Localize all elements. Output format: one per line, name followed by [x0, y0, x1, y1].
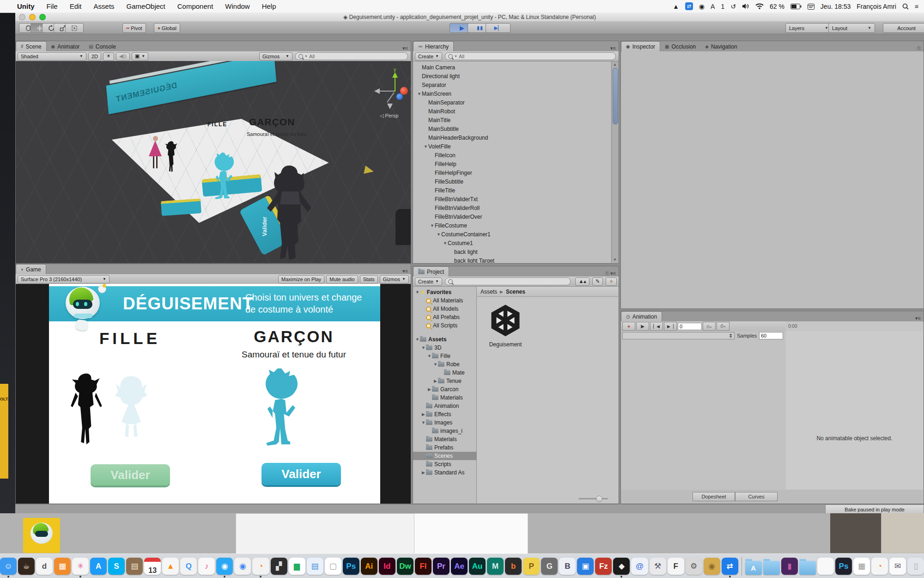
hierarchy-item-voletfille[interactable]: ▼VoletFille: [413, 142, 611, 151]
dock-calendar-app[interactable]: 13: [144, 558, 161, 575]
hierarchy-item-fillebtnvaliderroll[interactable]: FilleBtnValiderRoll: [413, 203, 611, 212]
project-create-dropdown[interactable]: Create▼: [415, 277, 442, 286]
dock-xcode[interactable]: ⚒: [650, 558, 666, 575]
adobe-icon[interactable]: A: [711, 3, 715, 10]
dock-maya[interactable]: M: [487, 558, 504, 575]
calendar-icon[interactable]: [808, 3, 815, 10]
dock-quicktime[interactable]: Q: [180, 558, 197, 575]
wifi-icon[interactable]: [755, 3, 764, 9]
battery-icon[interactable]: [790, 4, 802, 9]
next-key-button[interactable]: ▶▕: [664, 322, 677, 331]
hierarchy-item-costume1[interactable]: ▼Costume1: [413, 239, 611, 247]
pivot-toggle[interactable]: ▪▪ Pivot: [122, 23, 146, 33]
dock-trash[interactable]: ▯: [907, 558, 924, 575]
frame-field[interactable]: 0: [678, 323, 702, 330]
hierarchy-item-mainseparator[interactable]: MainSeparator: [413, 98, 611, 107]
add-keyframe-button[interactable]: ◇₊: [703, 322, 716, 331]
project-tree-item-scenes[interactable]: Scenes: [413, 452, 476, 460]
valider-garcon-button[interactable]: Valider: [261, 463, 341, 485]
hierarchy-item-fillehelpfinger[interactable]: FilleHelpFinger: [413, 168, 611, 177]
project-tree-item-all-materials[interactable]: All Materials: [413, 296, 476, 305]
dock-bibdesk[interactable]: B: [559, 558, 576, 575]
project-tree-item-materials[interactable]: Materials: [413, 394, 476, 402]
mute-audio-toggle[interactable]: Mute audio: [326, 275, 358, 283]
project-search-input[interactable]: [445, 277, 571, 285]
teamviewer-icon[interactable]: ⇄: [685, 2, 693, 10]
menu-window[interactable]: Window: [219, 2, 255, 10]
dock-teamviewer-dock[interactable]: ⇄: [722, 558, 738, 575]
dock-grid-doc[interactable]: ▦: [853, 558, 870, 575]
project-tree-item-standard-as[interactable]: ▶Standard As: [413, 468, 476, 477]
expand-arrow-icon[interactable]: ▼: [415, 290, 420, 295]
project-panel-menu-icon[interactable]: ⚿ ▾≡: [605, 271, 619, 277]
dock-photos-app[interactable]: ✳: [72, 558, 89, 575]
menubar-clock[interactable]: Jeu. 18:53: [821, 3, 851, 10]
scene-valider-bar-2[interactable]: [161, 198, 201, 216]
dock-firefox[interactable]: ◔: [252, 558, 269, 575]
project-tree-item-robe[interactable]: ▼Robe: [413, 360, 476, 369]
project-tree-item-images_i[interactable]: images_i: [413, 427, 476, 435]
account-button[interactable]: Account: [883, 23, 924, 33]
expand-arrow-icon[interactable]: ▶: [421, 412, 426, 417]
project-tree-item-garcon[interactable]: ▶Garcon: [413, 385, 476, 394]
dock-d-app[interactable]: d: [36, 558, 53, 575]
dopesheet-button[interactable]: Dopesheet: [693, 492, 735, 501]
tab-scene[interactable]: #Scene: [16, 41, 47, 51]
dock-gimp[interactable]: G: [541, 558, 558, 575]
creative-cloud-icon[interactable]: ◉: [699, 3, 705, 10]
anim-play-button[interactable]: ▶: [636, 322, 649, 331]
samples-field[interactable]: 60: [759, 332, 783, 339]
menu-edit[interactable]: Edit: [64, 2, 88, 10]
project-tree-item-favorites[interactable]: ▼★Favorites: [413, 288, 476, 296]
project-tree-item-all-models[interactable]: All Models: [413, 305, 476, 313]
window-preview-2[interactable]: [414, 513, 528, 554]
hierarchy-item-maintitle[interactable]: MainTitle: [413, 116, 611, 124]
maximize-on-play-toggle[interactable]: Maximize on Play: [278, 275, 324, 283]
dock-photoshop[interactable]: Ps: [343, 558, 359, 575]
project-tree-item-mate[interactable]: Mate: [413, 369, 476, 377]
dock-safari[interactable]: ◉: [216, 558, 233, 575]
dock-text-app[interactable]: ▢: [325, 558, 341, 575]
project-zoom-slider[interactable]: [578, 498, 608, 499]
tab-animation[interactable]: ◷Animation: [621, 311, 662, 321]
fille-silhouette-ghost[interactable]: [110, 373, 152, 447]
effects-dropdown[interactable]: ▣▼: [132, 52, 148, 61]
dock-ps-file[interactable]: Ps: [835, 558, 852, 575]
tab-navigation[interactable]: ◈Navigation: [700, 42, 742, 51]
hierarchy-item-main-camera[interactable]: Main Camera: [413, 63, 611, 72]
layers-dropdown[interactable]: Layers▼: [785, 23, 832, 33]
timeline-ruler[interactable]: 0:00: [786, 321, 923, 332]
hierarchy-item-fillehelp[interactable]: FilleHelp: [413, 160, 611, 168]
dock-app-store[interactable]: A: [90, 558, 107, 575]
dock-mail-app[interactable]: ✉: [889, 558, 906, 575]
dock-panel-app[interactable]: ▣: [577, 558, 594, 575]
dock-itunes[interactable]: ♪: [198, 558, 215, 575]
expand-arrow-icon[interactable]: ▼: [443, 241, 448, 246]
tab-game[interactable]: ◗Game: [16, 264, 46, 274]
search-by-label-icon[interactable]: ✎: [592, 277, 603, 286]
scene-edge-figure[interactable]: [395, 209, 411, 245]
project-tree-item-all-scripts[interactable]: All Scripts: [413, 321, 476, 330]
dock-flash[interactable]: Fl: [415, 558, 432, 575]
aspect-dropdown[interactable]: Surface Pro 3 (2160x1440)▼: [18, 275, 109, 283]
persp-toggle[interactable]: ◁ Persp: [380, 113, 398, 119]
dock-audition[interactable]: Au: [469, 558, 486, 575]
hierarchy-item-back-light[interactable]: back light: [413, 247, 611, 256]
project-tree-item-3d[interactable]: ▼3D: [413, 344, 476, 352]
animation-panel-menu-icon[interactable]: ▾≡: [915, 315, 924, 321]
dock-swirl-app[interactable]: @: [631, 558, 648, 575]
menubar-user[interactable]: François Amri: [857, 3, 896, 10]
project-tree-item-tenue[interactable]: ▶Tenue: [413, 377, 476, 385]
breadcrumb-assets[interactable]: Assets: [480, 289, 497, 295]
scene-teal-boy[interactable]: [209, 152, 239, 202]
hierarchy-item-back-light-target[interactable]: back light Target: [413, 256, 611, 263]
search-by-type-icon[interactable]: ▲▴: [575, 277, 589, 286]
project-tree-item-effects[interactable]: ▶Effects: [413, 410, 476, 418]
project-tree-item-fille[interactable]: ▼Fille: [413, 352, 476, 360]
drive-icon[interactable]: ▲: [673, 3, 679, 10]
menu-gameobject[interactable]: GameObject: [121, 2, 171, 10]
hierarchy-panel-menu-icon[interactable]: ▾≡: [610, 45, 619, 51]
breadcrumb-scenes[interactable]: Scenes: [506, 289, 525, 295]
scene-girl-doll[interactable]: [147, 136, 164, 173]
menu-component[interactable]: Component: [171, 2, 219, 10]
